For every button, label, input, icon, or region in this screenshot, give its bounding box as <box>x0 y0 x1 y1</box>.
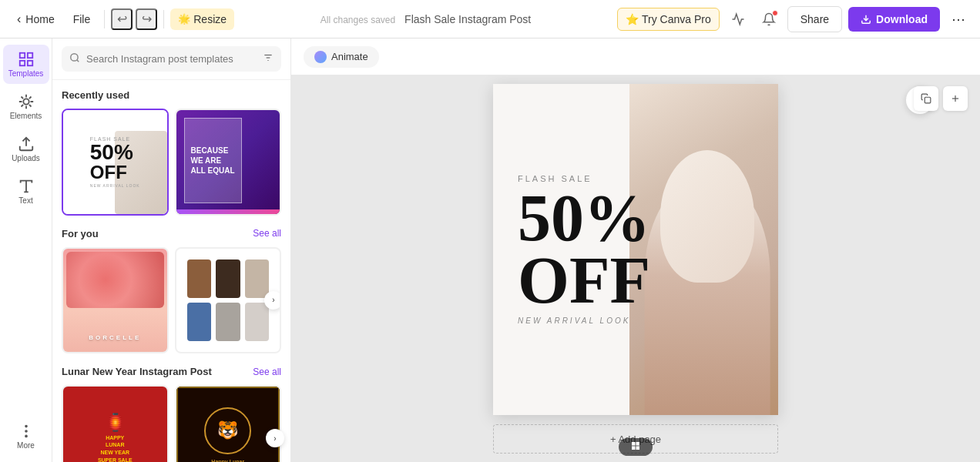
canvas-bottom <box>619 438 653 456</box>
uploads-icon <box>18 136 35 152</box>
doc-title: All changes saved Flash Sale Instagram P… <box>240 13 611 25</box>
svg-rect-19 <box>632 442 636 446</box>
search-container <box>62 46 281 72</box>
chevron-left-icon: ‹ <box>17 12 21 26</box>
template-next-arrow[interactable]: › <box>264 291 281 310</box>
search-input[interactable] <box>86 53 257 65</box>
svg-rect-20 <box>636 442 640 446</box>
search-bar <box>52 38 290 80</box>
template-thumb-pink-floral[interactable]: BORCELLE <box>62 247 169 354</box>
redo-button[interactable]: ↪ <box>136 8 157 30</box>
for-you-see-all[interactable]: See all <box>253 228 281 239</box>
templates-label: Templates <box>8 69 44 78</box>
new-arrival-text: NEW ARRIVAL LOOK <box>518 316 753 325</box>
text-label: Text <box>18 196 32 205</box>
add-element-button[interactable] <box>943 86 968 111</box>
canvas-container[interactable]: FLASH SALE 50% OFF NEW ARRIVAL LOOK + Ad… <box>291 75 980 462</box>
elements-label: Elements <box>10 112 42 120</box>
canvas-controls <box>914 86 968 111</box>
text-icon <box>18 178 35 195</box>
off-text: OFF <box>90 163 140 182</box>
resize-button[interactable]: 🌟 Resize <box>170 8 234 30</box>
template-thumb-lunar-gold[interactable]: 🐯 Happy LunarNew Year 2022 <box>175 385 282 462</box>
purple-equal-preview: becAUSEWE AREALL EQUAL <box>176 110 280 214</box>
floral-bg <box>66 252 164 309</box>
tiger-emoji: 🐯 <box>217 420 238 440</box>
animate-label: Animate <box>331 51 368 62</box>
duplicate-page-button[interactable] <box>914 86 938 111</box>
templates-panel: Recently used FLASH SALE 50% OFF NEW ARR… <box>52 38 291 462</box>
sidebar-item-more[interactable]: More <box>3 417 49 456</box>
templates-icon <box>18 51 35 68</box>
document-name: Flash Sale Instagram Post <box>404 13 531 25</box>
pink-floral-preview: BORCELLE <box>63 249 167 353</box>
swatch-3 <box>245 259 270 298</box>
sidebar-item-templates[interactable]: Templates <box>3 45 49 84</box>
notification-badge <box>772 10 778 16</box>
animate-button[interactable]: Animate <box>304 46 379 68</box>
for-you-header: For you See all <box>62 228 281 239</box>
template-thumb-purple-equal[interactable]: becAUSEWE AREALL EQUAL <box>175 109 282 216</box>
try-pro-button[interactable]: ⭐ Try Canva Pro <box>617 8 720 31</box>
because-box: becAUSEWE AREALL EQUAL <box>184 118 242 203</box>
template-thumb-flash-sale[interactable]: FLASH SALE 50% OFF NEW ARRIVAL LOOK <box>62 109 169 216</box>
template-thumb-swatches[interactable]: › <box>175 247 282 354</box>
svg-point-12 <box>71 54 78 61</box>
lunar-next-arrow[interactable]: › <box>266 429 284 447</box>
svg-rect-16 <box>925 97 931 103</box>
download-button[interactable]: Download <box>848 7 940 32</box>
more-icon: ⋯ <box>951 11 965 28</box>
svg-point-11 <box>25 436 27 437</box>
template-thumb-lunar-red[interactable]: 🏮 HAPPYLUNARNEW YEARSUPER SALE <box>62 385 169 462</box>
canvas-area: Animate <box>291 38 980 462</box>
resize-label: Resize <box>193 13 227 25</box>
star-icon: ⭐ <box>626 13 639 25</box>
undo-button[interactable]: ↩ <box>111 8 133 30</box>
uploads-label: Uploads <box>12 154 40 162</box>
divider <box>104 10 105 28</box>
lunar-red-preview: 🏮 HAPPYLUNARNEW YEARSUPER SALE <box>63 387 167 462</box>
svg-rect-1 <box>19 53 24 58</box>
lantern-emoji: 🏮 <box>105 413 126 433</box>
home-button[interactable]: ‹ Home <box>9 8 62 31</box>
for-you-grid: BORCELLE › <box>62 247 281 354</box>
swatch-6 <box>245 303 270 341</box>
flash-sale-design: FLASH SALE 50% OFF NEW ARRIVAL LOOK <box>493 84 778 415</box>
view-all-pages-button[interactable] <box>619 438 653 456</box>
canvas-content: FLASH SALE 50% OFF NEW ARRIVAL LOOK + Ad… <box>493 84 778 454</box>
icon-sidebar: Templates Elements Uploads Text <box>0 38 52 462</box>
resize-icon: 🌟 <box>178 13 190 25</box>
svg-point-10 <box>25 430 27 432</box>
svg-rect-3 <box>27 61 32 65</box>
animate-bar: Animate <box>291 38 980 75</box>
notification-button[interactable] <box>757 7 781 32</box>
download-icon <box>861 14 871 25</box>
search-icon <box>69 52 80 65</box>
file-button[interactable]: File <box>65 8 99 30</box>
svg-point-9 <box>25 426 27 427</box>
more-options-button[interactable]: ⋯ <box>946 7 971 32</box>
download-label: Download <box>876 13 928 25</box>
lunar-gold-preview: 🐯 Happy LunarNew Year 2022 <box>176 387 280 462</box>
purple-accent-bar <box>176 209 280 214</box>
sidebar-item-elements[interactable]: Elements <box>3 87 49 126</box>
flash-sale-text-group: FLASH SALE 50% OFF NEW ARRIVAL LOOK <box>90 136 140 188</box>
sidebar-item-uploads[interactable]: Uploads <box>3 129 49 169</box>
svg-point-5 <box>23 99 29 104</box>
design-canvas[interactable]: FLASH SALE 50% OFF NEW ARRIVAL LOOK <box>493 84 778 415</box>
filter-button[interactable] <box>263 52 274 65</box>
gold-circle: 🐯 <box>204 407 251 454</box>
home-label: Home <box>25 13 54 25</box>
percent-large: 50% <box>518 185 753 251</box>
lunar-see-all[interactable]: See all <box>253 367 281 377</box>
lunar-header: Lunar New Year Instagram Post See all <box>62 366 281 377</box>
try-pro-label: Try Canva Pro <box>642 13 711 25</box>
lunar-grid: 🏮 HAPPYLUNARNEW YEARSUPER SALE 🐯 Happy L… <box>62 385 281 462</box>
svg-rect-4 <box>19 61 24 65</box>
share-button[interactable]: Share <box>787 6 842 32</box>
design-text-group: FLASH SALE 50% OFF NEW ARRIVAL LOOK <box>518 174 753 325</box>
analytics-button[interactable] <box>726 7 750 32</box>
sidebar-item-text[interactable]: Text <box>3 172 49 211</box>
flash-sale-preview: FLASH SALE 50% OFF NEW ARRIVAL LOOK <box>63 110 167 214</box>
swatch-1 <box>187 259 212 298</box>
